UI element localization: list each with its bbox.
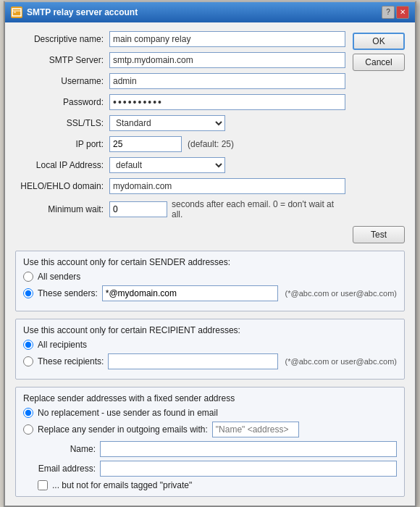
descriptive-name-row: Descriptive name: [15, 31, 345, 47]
these-recipients-row: These recipients: (*@abc.com or user@abc… [23, 353, 397, 369]
email-label: Email address: [38, 464, 96, 474]
min-wait-suffix: seconds after each email. 0 = don't wait… [172, 199, 345, 219]
test-button[interactable]: Test [353, 226, 405, 243]
recipient-section-title: Use this account only for certain RECIPI… [23, 325, 397, 335]
smtp-server-row: SMTP Server: [15, 52, 345, 68]
ip-port-input[interactable] [109, 136, 182, 152]
replace-radio[interactable] [23, 424, 33, 435]
window-title: SMTP relay server account [27, 7, 138, 17]
replace-section: Replace sender addresses with a fixed se… [15, 387, 405, 497]
test-button-area: Test [15, 226, 405, 243]
no-replacement-label[interactable]: No replacement - use sender as found in … [38, 408, 218, 418]
these-senders-radio[interactable] [23, 288, 33, 298]
replace-label[interactable]: Replace any sender in outgoing emails wi… [38, 424, 208, 435]
local-ip-label: Local IP Address: [15, 160, 109, 170]
these-senders-hint: (*@abc.com or user@abc.com) [285, 289, 397, 298]
these-senders-label[interactable]: These senders: [38, 288, 98, 298]
password-row: Password: [15, 94, 345, 110]
sender-section: Use this account only for certain SENDER… [15, 251, 405, 311]
these-recipients-label[interactable]: These recipients: [38, 356, 104, 366]
dialog-content: Descriptive name: SMTP Server: Username:… [5, 22, 415, 506]
local-ip-select[interactable]: default auto [109, 157, 225, 173]
name-row: Name: [23, 441, 397, 457]
name-label: Name: [38, 444, 96, 454]
title-bar-left: SMTP relay server account [11, 7, 138, 18]
ip-port-row: IP port: (default: 25) [15, 136, 345, 152]
smtp-server-input[interactable] [109, 52, 345, 68]
private-checkbox[interactable] [38, 480, 48, 490]
email-input[interactable] [100, 461, 397, 477]
these-senders-input[interactable] [102, 285, 278, 301]
sender-section-title: Use this account only for certain SENDER… [23, 257, 397, 267]
all-recipients-label[interactable]: All recipients [38, 340, 87, 350]
replace-input[interactable] [212, 422, 299, 437]
no-replacement-radio[interactable] [23, 408, 33, 418]
ssl-tls-row: SSL/TLS: Standard SSL/TLS STARTTLS [15, 115, 345, 131]
descriptive-name-label: Descriptive name: [15, 34, 109, 44]
min-wait-input[interactable] [109, 201, 167, 217]
all-recipients-radio[interactable] [23, 340, 33, 350]
recipient-section: Use this account only for certain RECIPI… [15, 319, 405, 380]
username-input[interactable] [109, 73, 345, 89]
side-buttons: OK Cancel [353, 31, 405, 225]
min-wait-group: seconds after each email. 0 = don't wait… [109, 199, 345, 219]
main-window: SMTP relay server account ? ✕ Descriptiv… [4, 1, 416, 507]
these-recipients-hint: (*@abc.com or user@abc.com) [285, 357, 397, 366]
name-input[interactable] [100, 441, 397, 457]
helo-row: HELO/EHLO domain: [15, 178, 345, 194]
smtp-server-label: SMTP Server: [15, 55, 109, 65]
password-input[interactable] [109, 94, 345, 110]
no-replacement-row: No replacement - use sender as found in … [23, 408, 397, 418]
close-button[interactable]: ✕ [396, 6, 409, 19]
all-senders-row: All senders [23, 272, 397, 282]
all-recipients-row: All recipients [23, 340, 397, 350]
password-label: Password: [15, 97, 109, 107]
descriptive-name-input[interactable] [109, 31, 345, 47]
form-area: Descriptive name: SMTP Server: Username:… [15, 31, 345, 225]
ip-port-default: (default: 25) [188, 139, 234, 149]
private-row: ... but not for emails tagged "private" [23, 480, 397, 490]
username-row: Username: [15, 73, 345, 89]
local-ip-row: Local IP Address: default auto [15, 157, 345, 173]
all-senders-radio[interactable] [23, 272, 33, 282]
replace-row: Replace any sender in outgoing emails wi… [23, 422, 397, 437]
title-buttons: ? ✕ [382, 6, 409, 19]
username-label: Username: [15, 76, 109, 86]
ok-button[interactable]: OK [353, 33, 405, 50]
help-button[interactable]: ? [382, 6, 395, 19]
svg-rect-0 [12, 9, 21, 16]
ip-port-label: IP port: [15, 139, 109, 149]
these-recipients-radio[interactable] [23, 356, 33, 366]
cancel-button[interactable]: Cancel [353, 54, 405, 71]
these-recipients-input[interactable] [108, 353, 277, 369]
replace-section-title: Replace sender addresses with a fixed se… [23, 393, 397, 403]
email-row: Email address: [23, 461, 397, 477]
title-bar: SMTP relay server account ? ✕ [5, 2, 415, 22]
ssl-tls-label: SSL/TLS: [15, 118, 109, 128]
all-senders-label[interactable]: All senders [38, 272, 80, 282]
helo-input[interactable] [109, 178, 345, 194]
min-wait-row: Minimum wait: seconds after each email. … [15, 199, 345, 219]
min-wait-label: Minimum wait: [15, 204, 109, 214]
private-label[interactable]: ... but not for emails tagged "private" [52, 480, 192, 490]
ssl-tls-select[interactable]: Standard SSL/TLS STARTTLS [109, 115, 225, 131]
these-senders-row: These senders: (*@abc.com or user@abc.co… [23, 285, 397, 301]
top-area: Descriptive name: SMTP Server: Username:… [15, 31, 405, 225]
helo-label: HELO/EHLO domain: [15, 181, 109, 191]
ip-port-group: (default: 25) [109, 136, 234, 152]
window-icon [11, 7, 22, 18]
